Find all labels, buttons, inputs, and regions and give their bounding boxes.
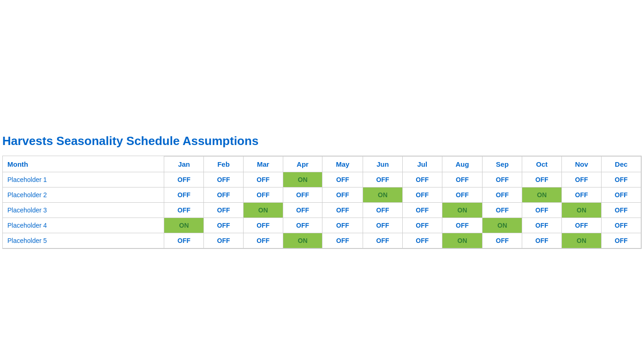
cell-may-row5: OFF: [322, 233, 363, 248]
table-row: Placeholder 5OFFOFFOFFONOFFOFFOFFONOFFOF…: [3, 233, 641, 248]
column-header-mar: Mar: [243, 157, 283, 172]
page-container: Harvests Seasonality Schedule Assumption…: [0, 0, 644, 267]
cell-apr-row3: OFF: [283, 203, 322, 218]
cell-dec-row2: OFF: [602, 188, 641, 203]
column-header-jan: Jan: [164, 157, 204, 172]
row-label-5: Placeholder 5: [3, 233, 164, 248]
table-body: Placeholder 1OFFOFFOFFONOFFOFFOFFOFFOFFO…: [3, 172, 641, 248]
cell-mar-row4: OFF: [243, 218, 283, 233]
cell-may-row4: OFF: [322, 218, 363, 233]
cell-nov-row3: ON: [561, 203, 601, 218]
cell-jun-row3: OFF: [363, 203, 403, 218]
month-column-header: Month: [3, 157, 164, 172]
cell-feb-row3: OFF: [204, 203, 244, 218]
cell-jul-row5: OFF: [402, 233, 442, 248]
page-title: Harvests Seasonality Schedule Assumption…: [2, 134, 642, 148]
cell-jun-row4: OFF: [363, 218, 403, 233]
cell-jan-row3: OFF: [164, 203, 204, 218]
column-header-nov: Nov: [561, 157, 601, 172]
cell-nov-row1: OFF: [561, 172, 601, 188]
column-header-feb: Feb: [204, 157, 244, 172]
cell-nov-row2: OFF: [561, 188, 601, 203]
table-row: Placeholder 3OFFOFFONOFFOFFOFFOFFONOFFOF…: [3, 203, 641, 218]
cell-jan-row2: OFF: [164, 188, 204, 203]
cell-feb-row5: OFF: [204, 233, 244, 248]
column-header-may: May: [322, 157, 363, 172]
column-header-jul: Jul: [402, 157, 442, 172]
cell-feb-row2: OFF: [204, 188, 244, 203]
cell-jun-row2: ON: [363, 188, 403, 203]
cell-nov-row4: OFF: [561, 218, 601, 233]
column-header-apr: Apr: [283, 157, 322, 172]
cell-apr-row2: OFF: [283, 188, 322, 203]
cell-dec-row1: OFF: [602, 172, 641, 188]
cell-jun-row1: OFF: [363, 172, 403, 188]
cell-aug-row1: OFF: [442, 172, 483, 188]
cell-oct-row1: OFF: [522, 172, 562, 188]
row-label-3: Placeholder 3: [3, 203, 164, 218]
cell-mar-row3: ON: [243, 203, 283, 218]
cell-jan-row1: OFF: [164, 172, 204, 188]
cell-mar-row2: OFF: [243, 188, 283, 203]
row-label-1: Placeholder 1: [3, 172, 164, 188]
cell-jul-row3: OFF: [402, 203, 442, 218]
table-row: Placeholder 2OFFOFFOFFOFFOFFONOFFOFFOFFO…: [3, 188, 641, 203]
row-label-2: Placeholder 2: [3, 188, 164, 203]
cell-jan-row5: OFF: [164, 233, 204, 248]
cell-jan-row4: ON: [164, 218, 204, 233]
column-header-oct: Oct: [522, 157, 562, 172]
cell-apr-row5: ON: [283, 233, 322, 248]
cell-may-row1: OFF: [322, 172, 363, 188]
table-row: Placeholder 4ONOFFOFFOFFOFFOFFOFFOFFONOF…: [3, 218, 641, 233]
cell-nov-row5: ON: [561, 233, 601, 248]
cell-aug-row4: OFF: [442, 218, 483, 233]
cell-mar-row1: OFF: [243, 172, 283, 188]
cell-dec-row5: OFF: [602, 233, 641, 248]
cell-oct-row2: ON: [522, 188, 562, 203]
cell-sep-row3: OFF: [483, 203, 522, 218]
schedule-table-wrapper: Month JanFebMarAprMayJunJulAugSepOctNovD…: [2, 156, 642, 249]
cell-may-row3: OFF: [322, 203, 363, 218]
column-header-dec: Dec: [602, 157, 641, 172]
cell-mar-row5: OFF: [243, 233, 283, 248]
cell-may-row2: OFF: [322, 188, 363, 203]
cell-jul-row2: OFF: [402, 188, 442, 203]
cell-jul-row1: OFF: [402, 172, 442, 188]
column-header-aug: Aug: [442, 157, 483, 172]
cell-oct-row3: OFF: [522, 203, 562, 218]
cell-jul-row4: OFF: [402, 218, 442, 233]
cell-jun-row5: OFF: [363, 233, 403, 248]
row-label-4: Placeholder 4: [3, 218, 164, 233]
schedule-table: Month JanFebMarAprMayJunJulAugSepOctNovD…: [3, 156, 641, 248]
table-row: Placeholder 1OFFOFFOFFONOFFOFFOFFOFFOFFO…: [3, 172, 641, 188]
cell-sep-row2: OFF: [483, 188, 522, 203]
cell-dec-row3: OFF: [602, 203, 641, 218]
cell-aug-row2: OFF: [442, 188, 483, 203]
column-header-jun: Jun: [363, 157, 403, 172]
cell-sep-row5: OFF: [483, 233, 522, 248]
cell-oct-row4: OFF: [522, 218, 562, 233]
cell-aug-row5: ON: [442, 233, 483, 248]
cell-aug-row3: ON: [442, 203, 483, 218]
table-header-row: Month JanFebMarAprMayJunJulAugSepOctNovD…: [3, 157, 641, 172]
cell-sep-row1: OFF: [483, 172, 522, 188]
cell-feb-row4: OFF: [204, 218, 244, 233]
cell-dec-row4: OFF: [602, 218, 641, 233]
cell-apr-row4: OFF: [283, 218, 322, 233]
cell-sep-row4: ON: [483, 218, 522, 233]
cell-feb-row1: OFF: [204, 172, 244, 188]
column-header-sep: Sep: [483, 157, 522, 172]
cell-oct-row5: OFF: [522, 233, 562, 248]
cell-apr-row1: ON: [283, 172, 322, 188]
